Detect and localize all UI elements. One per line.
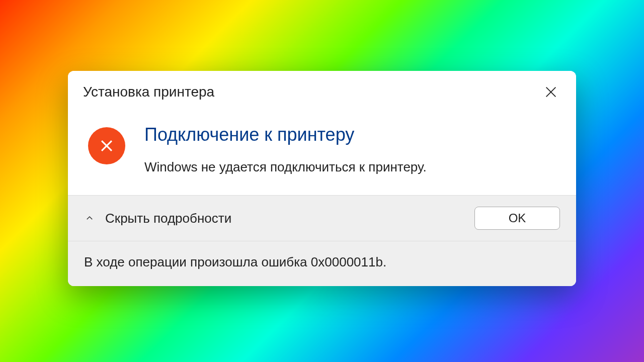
ok-button[interactable]: OK (474, 207, 560, 230)
close-icon (544, 85, 558, 99)
error-dialog: Установка принтера Подключение к принтер… (68, 71, 576, 286)
error-icon (88, 127, 125, 164)
content-text-block: Подключение к принтеру Windows не удаетс… (144, 124, 556, 175)
titlebar: Установка принтера (68, 71, 576, 109)
dialog-message: Windows не удается подключиться к принте… (144, 159, 556, 175)
details-panel: В ходе операции произошла ошибка 0x00000… (68, 241, 576, 286)
dialog-title: Установка принтера (83, 84, 214, 100)
details-toggle[interactable]: Скрыть подробности (84, 211, 231, 226)
chevron-up-icon (84, 213, 95, 224)
dialog-content: Подключение к принтеру Windows не удаетс… (68, 109, 576, 195)
controls-row: Скрыть подробности OK (68, 195, 576, 241)
details-text: В ходе операции произошла ошибка 0x00000… (84, 254, 560, 270)
close-button[interactable] (539, 80, 563, 104)
dialog-heading: Подключение к принтеру (144, 124, 556, 145)
details-toggle-label: Скрыть подробности (105, 211, 231, 226)
